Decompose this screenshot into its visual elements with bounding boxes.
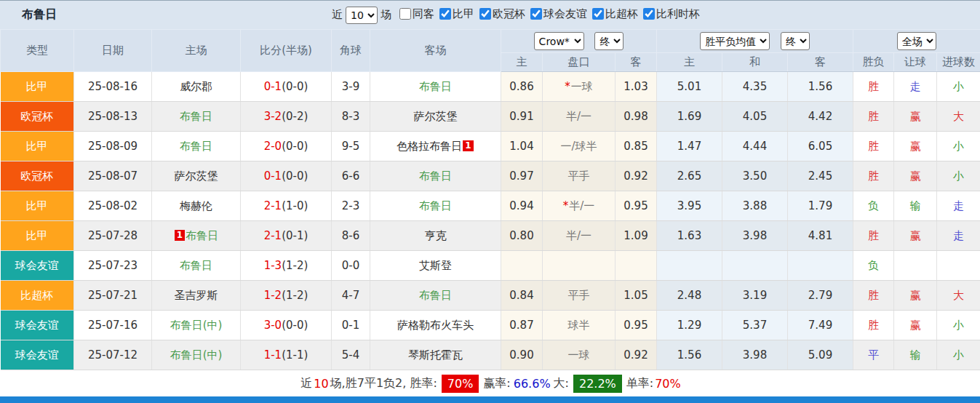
league-badge: 欧冠杯 <box>1 161 74 191</box>
filter-checkbox-4[interactable] <box>592 8 604 20</box>
crown-away-odds: 1.03 <box>616 72 657 102</box>
match-row: 球会友谊25-07-16布鲁日(中)3-0(0-0)0-1萨格勒布火车头0.87… <box>1 311 980 340</box>
result-goals: 小 <box>937 161 980 191</box>
avg-final-select[interactable]: 终 <box>781 32 810 50</box>
result-scope-select[interactable]: 全场 <box>897 32 936 50</box>
col-handicap: 盘口 <box>543 53 616 72</box>
crown-handicap: *一球 <box>543 72 616 102</box>
team-name: 布鲁日 <box>419 199 452 212</box>
team-name: 色格拉布鲁日 <box>397 140 462 153</box>
avg-away: 5.09 <box>788 340 853 370</box>
team-name: 布鲁日 <box>180 140 212 153</box>
avg-home: 1.29 <box>657 311 722 340</box>
summary-segment: 赢率: <box>483 376 510 391</box>
crown-handicap: 一球 <box>543 340 616 370</box>
table-header: 类型 日期 主场 比分(半场) 角球 客场 Crow* 终 胜平负均值 终 全场 <box>1 30 980 72</box>
score-cell: 0-1(0-0) <box>241 72 332 102</box>
away-team: 布鲁日 <box>370 191 501 221</box>
corners: 8-6 <box>332 221 370 251</box>
crown-away-odds: 0.95 <box>616 311 657 340</box>
result-winloss: 胜 <box>853 102 894 132</box>
avg-home: 3.95 <box>657 191 722 221</box>
away-team: 色格拉布鲁日1 <box>370 132 501 161</box>
summary-segment: 66.6% <box>514 377 551 391</box>
result-goals <box>937 251 980 281</box>
away-team: 琴斯托霍瓦 <box>370 340 501 370</box>
col-handicap-result: 让球 <box>894 53 937 72</box>
home-team: 布鲁日 <box>152 132 241 161</box>
crown-home-odds: 0.87 <box>501 311 543 340</box>
corners: 2-3 <box>332 191 370 221</box>
score-cell: 3-0(0-0) <box>241 311 332 340</box>
col-away: 客场 <box>370 30 501 72</box>
summary-segment: 10 <box>314 377 328 391</box>
match-date: 25-08-16 <box>74 72 152 102</box>
team-name: 艾斯登 <box>419 259 452 272</box>
full-time-score: 3-2 <box>264 110 282 123</box>
result-winloss: 胜 <box>853 132 894 161</box>
crown-home-odds: 0.84 <box>501 281 543 311</box>
filter-checkbox-2[interactable] <box>479 8 491 20</box>
match-date: 25-07-12 <box>74 340 152 370</box>
filter-checkbox-1[interactable] <box>439 8 451 20</box>
match-row: 欧冠杯25-08-13布鲁日3-2(0-2)8-3萨尔茨堡0.91半/一0.98… <box>1 102 980 132</box>
result-goals: 走 <box>937 191 980 221</box>
corners: 0-0 <box>332 251 370 281</box>
league-badge: 球会友谊 <box>1 251 74 281</box>
result-handicap: 赢 <box>894 221 937 251</box>
filter-checkbox-5[interactable] <box>643 8 655 20</box>
team-name: 圣吉罗斯 <box>175 289 218 302</box>
handicap-star: * <box>565 80 570 93</box>
summary-line: 近10场,胜7平1负2, 胜率:70%赢率:66.6%大:22.2%单率:70% <box>0 370 980 397</box>
col-home: 主场 <box>152 30 241 72</box>
red-card-badge: 1 <box>463 140 473 151</box>
odds-company-select[interactable]: Crow* <box>534 32 584 50</box>
matches-label: 场 <box>381 8 391 22</box>
match-date: 25-08-02 <box>74 191 152 221</box>
league-badge: 球会友谊 <box>1 340 74 370</box>
crown-away-odds: 0.92 <box>616 340 657 370</box>
full-time-score: 1-2 <box>264 289 282 302</box>
team-name: 琴斯托霍瓦 <box>408 348 463 362</box>
avg-draw: 3.98 <box>722 340 788 370</box>
away-team: 布鲁日 <box>370 281 501 311</box>
avg-type-select[interactable]: 胜平负均值 <box>700 32 770 50</box>
result-winloss: 胜 <box>853 281 894 311</box>
filter-比甲: 比甲 <box>439 7 474 21</box>
half-time-score: (1-1) <box>282 348 308 362</box>
handicap-star: * <box>563 199 569 212</box>
crown-away-odds <box>616 251 657 281</box>
avg-home: 1.63 <box>657 221 722 251</box>
away-team: 布鲁日 <box>370 72 501 102</box>
crown-home-odds: 0.91 <box>501 102 543 132</box>
match-row: 比甲25-08-16威尔郡0-1(0-0)3-9布鲁日0.86*一球1.035.… <box>1 72 980 102</box>
avg-away: 6.05 <box>788 132 853 161</box>
score-cell: 2-1(1-0) <box>241 191 332 221</box>
avg-odds-group: 胜平负均值 终 <box>657 30 853 53</box>
team-name: 布鲁日 <box>180 259 212 272</box>
full-time-score: 0-1 <box>264 80 282 93</box>
crown-home-odds: 0.90 <box>501 340 543 370</box>
home-team: 布鲁日 <box>152 251 241 281</box>
crown-odds-group: Crow* 终 <box>501 30 657 53</box>
col-avg-draw: 和 <box>722 53 788 72</box>
result-group: 全场 <box>853 30 980 53</box>
crown-away-odds: 0.98 <box>616 102 657 132</box>
crown-home-odds: 0.80 <box>501 221 543 251</box>
filter-label: 欧冠杯 <box>493 7 525 21</box>
result-handicap: 赢 <box>894 281 937 311</box>
filter-checkbox-0[interactable] <box>399 8 411 20</box>
filter-checkbox-3[interactable] <box>530 8 542 20</box>
result-handicap: 赢 <box>894 311 937 340</box>
odds-final-select[interactable]: 终 <box>594 32 624 50</box>
match-row: 欧冠杯25-08-07萨尔茨堡0-1(0-0)6-6布鲁日0.97平手0.922… <box>1 161 980 191</box>
match-row: 球会友谊25-07-12布鲁日(中)1-1(1-1)5-4琴斯托霍瓦0.90一球… <box>1 340 980 370</box>
match-date: 25-08-13 <box>74 102 152 132</box>
match-row: 比甲25-08-09布鲁日2-0(0-0)9-5色格拉布鲁日11.04一/球半0… <box>1 132 980 161</box>
league-badge: 球会友谊 <box>1 311 74 340</box>
filter-球会友谊: 球会友谊 <box>530 7 587 21</box>
crown-handicap: 半/一 <box>543 221 616 251</box>
away-team: 艾斯登 <box>370 251 501 281</box>
result-winloss: 胜 <box>853 161 894 191</box>
recent-count-select[interactable]: 10 <box>346 7 378 24</box>
